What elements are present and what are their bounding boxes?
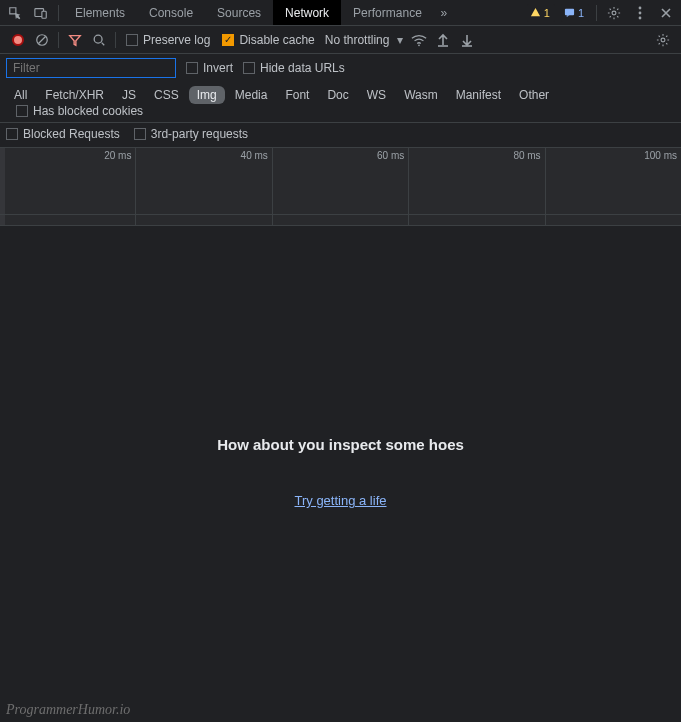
timeline-tick: 40 ms [241, 150, 268, 161]
resource-type-filters: All Fetch/XHR JS CSS Img Media Font Doc … [6, 86, 675, 118]
download-icon [461, 33, 473, 47]
caret-down-icon: ▾ [397, 33, 403, 47]
type-css[interactable]: CSS [146, 86, 187, 104]
wifi-icon [411, 33, 427, 47]
type-all[interactable]: All [6, 86, 35, 104]
has-blocked-cookies-label: Has blocked cookies [33, 104, 143, 118]
divider [596, 5, 597, 21]
timeline-slot: 20 ms [0, 148, 136, 225]
upload-har-button[interactable] [431, 28, 455, 52]
empty-state-link[interactable]: Try getting a life [294, 493, 386, 508]
search-icon [92, 33, 106, 47]
tab-sources[interactable]: Sources [205, 0, 273, 25]
has-blocked-cookies-checkbox[interactable]: Has blocked cookies [16, 104, 143, 118]
network-toolbar: Preserve log Disable cache No throttling… [0, 26, 681, 54]
hide-data-urls-label: Hide data URLs [260, 61, 345, 75]
type-js[interactable]: JS [114, 86, 144, 104]
checkbox-icon [6, 128, 18, 140]
svg-point-8 [94, 35, 102, 43]
invert-label: Invert [203, 61, 233, 75]
timeline-tick: 80 ms [513, 150, 540, 161]
messages-count: 1 [578, 7, 584, 19]
timeline-tick: 100 ms [644, 150, 677, 161]
type-font[interactable]: Font [277, 86, 317, 104]
settings-icon[interactable] [601, 0, 627, 26]
timeline-slot: 40 ms [136, 148, 272, 225]
empty-state-message: How about you inspect some hoes [217, 436, 464, 453]
preserve-log-label: Preserve log [143, 33, 210, 47]
tab-network[interactable]: Network [273, 0, 341, 25]
svg-point-3 [612, 11, 616, 15]
close-devtools-icon[interactable] [653, 0, 679, 26]
kebab-menu-icon[interactable] [627, 0, 653, 26]
image-watermark: ProgrammerHumor.io [6, 702, 130, 718]
svg-point-5 [639, 11, 642, 14]
chevron-double-right-icon: » [440, 6, 447, 20]
svg-point-10 [661, 38, 665, 42]
throttling-select[interactable]: No throttling ▾ [325, 33, 404, 47]
preserve-log-checkbox[interactable]: Preserve log [126, 33, 210, 47]
type-fetch-xhr[interactable]: Fetch/XHR [37, 86, 112, 104]
record-icon [12, 34, 24, 46]
record-button[interactable] [6, 28, 30, 52]
tab-performance[interactable]: Performance [341, 0, 434, 25]
inspect-element-icon[interactable] [2, 0, 28, 26]
filter-bar-2: Blocked Requests 3rd-party requests [0, 123, 681, 148]
messages-badge[interactable]: 1 [561, 4, 589, 22]
checkbox-icon [186, 62, 198, 74]
type-media[interactable]: Media [227, 86, 276, 104]
type-manifest[interactable]: Manifest [448, 86, 509, 104]
invert-checkbox[interactable]: Invert [186, 61, 233, 75]
svg-point-4 [639, 6, 642, 9]
upload-icon [437, 33, 449, 47]
divider [58, 32, 59, 48]
network-conditions-button[interactable] [407, 28, 431, 52]
filter-icon [68, 33, 82, 47]
blocked-requests-label: Blocked Requests [23, 127, 120, 141]
svg-point-9 [419, 44, 421, 46]
type-ws[interactable]: WS [359, 86, 394, 104]
type-other[interactable]: Other [511, 86, 557, 104]
type-doc[interactable]: Doc [319, 86, 356, 104]
message-icon [564, 7, 575, 18]
warnings-count: 1 [544, 7, 550, 19]
clear-icon [35, 33, 49, 47]
devtools-tabstrip: Elements Console Sources Network Perform… [0, 0, 681, 26]
checkbox-icon [16, 105, 28, 117]
device-toolbar-icon[interactable] [28, 0, 54, 26]
panel-tabs: Elements Console Sources Network Perform… [63, 0, 454, 25]
type-img[interactable]: Img [189, 86, 225, 104]
clear-button[interactable] [30, 28, 54, 52]
warnings-badge[interactable]: 1 [527, 4, 555, 22]
timeline-tick: 20 ms [104, 150, 131, 161]
network-empty-state: How about you inspect some hoes Try gett… [0, 226, 681, 718]
filter-input[interactable] [6, 58, 176, 78]
hide-data-urls-checkbox[interactable]: Hide data URLs [243, 61, 345, 75]
third-party-label: 3rd-party requests [151, 127, 248, 141]
more-tabs-icon[interactable]: » [434, 0, 454, 26]
download-har-button[interactable] [455, 28, 479, 52]
blocked-requests-checkbox[interactable]: Blocked Requests [6, 127, 120, 141]
tab-elements[interactable]: Elements [63, 0, 137, 25]
third-party-checkbox[interactable]: 3rd-party requests [134, 127, 248, 141]
network-settings-button[interactable] [651, 28, 675, 52]
svg-rect-1 [42, 11, 46, 18]
gear-icon [656, 33, 670, 47]
search-button[interactable] [87, 28, 111, 52]
filter-toggle[interactable] [63, 28, 87, 52]
timeline-slot: 100 ms [546, 148, 681, 225]
timeline-tick: 60 ms [377, 150, 404, 161]
disable-cache-checkbox[interactable]: Disable cache [222, 33, 314, 47]
divider [115, 32, 116, 48]
timeline-overview[interactable]: 20 ms 40 ms 60 ms 80 ms 100 ms [0, 148, 681, 226]
timeline-slot: 80 ms [409, 148, 545, 225]
divider [58, 5, 59, 21]
tab-console[interactable]: Console [137, 0, 205, 25]
type-wasm[interactable]: Wasm [396, 86, 446, 104]
checkbox-icon [243, 62, 255, 74]
disable-cache-label: Disable cache [239, 33, 314, 47]
svg-point-6 [639, 16, 642, 19]
filter-bar: Invert Hide data URLs All Fetch/XHR JS C… [0, 54, 681, 123]
throttling-value: No throttling [325, 33, 390, 47]
checkbox-icon [126, 34, 138, 46]
